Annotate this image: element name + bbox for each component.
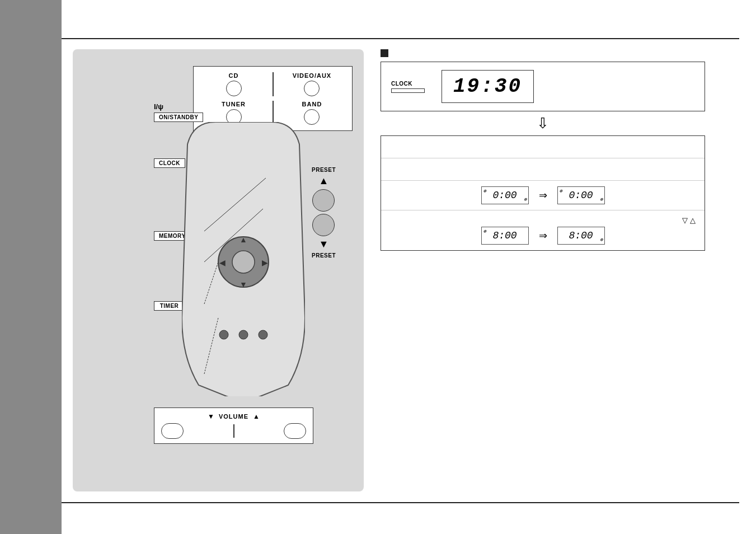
- step4-box: ▽ △ ⊕ 8:00 ⇒ 8:00 ⊕: [381, 210, 705, 250]
- clock-group: CLOCK: [154, 158, 185, 168]
- band-label: BAND: [302, 101, 322, 107]
- volume-label: VOLUME: [219, 413, 248, 420]
- power-symbol: I/ψ: [154, 102, 203, 111]
- preset-down-label: PRESET: [312, 252, 336, 259]
- preset-up-label: PRESET: [312, 167, 336, 173]
- video-aux-button[interactable]: [304, 81, 320, 96]
- bullet-square: [381, 49, 388, 57]
- svg-text:▶: ▶: [262, 258, 268, 267]
- svg-point-1: [232, 251, 255, 273]
- volume-panel: ▼ VOLUME ▲: [154, 407, 313, 444]
- svg-point-7: [239, 330, 248, 339]
- on-standby-button[interactable]: ON/STANDBY: [154, 113, 203, 122]
- step3-arrow-icon: ⇒: [539, 189, 547, 202]
- remote-diagram-area: CD VIDEO/AUX TUNER BAND: [73, 49, 364, 491]
- steps-container: ⊕ 0:00 ⊕ ⇒ ⊕ 0:00 ⊕ ▽ △: [381, 135, 705, 251]
- left-sidebar: [0, 0, 62, 534]
- vol-up-arrow-icon: ▲: [253, 413, 260, 420]
- step2-box: [381, 158, 705, 181]
- delta-icon: △: [690, 216, 696, 224]
- svg-text:▲: ▲: [240, 235, 247, 244]
- cd-label: CD: [229, 72, 239, 79]
- step4-arrow-icon: ⇒: [539, 229, 547, 242]
- timer-group: TIMER: [154, 301, 185, 311]
- svg-text:▼: ▼: [240, 280, 247, 289]
- video-aux-label: VIDEO/AUX: [293, 72, 332, 79]
- step4-left-time: 8:00: [492, 230, 516, 241]
- nabla-icon: ▽: [682, 216, 688, 224]
- volume-down-button[interactable]: [161, 423, 184, 439]
- band-button[interactable]: [304, 109, 320, 125]
- step1-box: [381, 136, 705, 158]
- clock-btn-in-display: CLOCK: [391, 81, 425, 93]
- page-container: CD VIDEO/AUX TUNER BAND: [0, 0, 756, 534]
- clock-display-button: [391, 88, 425, 93]
- remote-body-svg: ▲ ▼ ◀ ▶: [182, 122, 305, 396]
- top-rule: [62, 38, 739, 39]
- preset-up-arrow-icon: ▲: [319, 175, 329, 187]
- volume-up-button[interactable]: [284, 423, 306, 439]
- tuner-label: TUNER: [222, 101, 246, 107]
- step3-left-display: ⊕ 0:00 ⊕: [481, 186, 529, 204]
- bottom-rule: [62, 502, 739, 503]
- vol-down-arrow-icon: ▼: [208, 413, 214, 420]
- step4-left-display: ⊕ 8:00: [481, 227, 529, 245]
- preset-down-arrow-icon: ▼: [319, 238, 329, 250]
- svg-text:◀: ◀: [219, 258, 226, 267]
- step-down-arrow: ⇩: [381, 111, 705, 135]
- nabla-delta-row: ▽ △: [390, 216, 696, 224]
- source-buttons-panel: CD VIDEO/AUX TUNER BAND: [193, 66, 353, 131]
- step4-right-display: 8:00 ⊕: [557, 227, 605, 245]
- right-panel: CLOCK 19:30 ⇩ ⊕ 0:00: [381, 49, 705, 251]
- clock-button[interactable]: CLOCK: [154, 158, 185, 168]
- preset-group: PRESET ▲ ▼ PRESET: [312, 167, 336, 259]
- step3-right-display: ⊕ 0:00 ⊕: [557, 186, 605, 204]
- preset-down-button[interactable]: [312, 214, 335, 236]
- step3-box: ⊕ 0:00 ⊕ ⇒ ⊕ 0:00 ⊕: [381, 181, 705, 210]
- preset-up-button[interactable]: [312, 189, 335, 212]
- timer-button[interactable]: TIMER: [154, 301, 185, 311]
- svg-point-8: [259, 330, 267, 339]
- svg-point-6: [219, 330, 228, 339]
- clock-display-label: CLOCK: [391, 81, 412, 87]
- cd-button[interactable]: [226, 81, 242, 96]
- step3-left-time: 0:00: [492, 190, 516, 201]
- on-standby-group: I/ψ ON/STANDBY: [154, 102, 203, 122]
- clock-time-display: 19:30: [442, 70, 534, 103]
- step4-right-time: 8:00: [569, 230, 593, 241]
- step3-right-time: 0:00: [569, 190, 593, 201]
- clock-display-box: CLOCK 19:30: [381, 62, 705, 111]
